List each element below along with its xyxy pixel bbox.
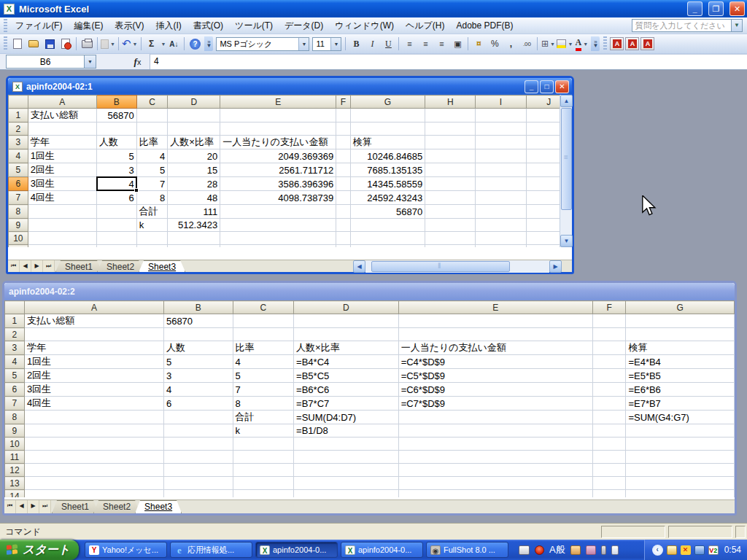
cell-B9[interactable] [163,424,233,438]
cell-C9[interactable]: k [233,424,294,438]
cell-F2[interactable] [336,122,351,136]
font-name-combo[interactable]: MS Pゴシック ▼ [216,37,309,51]
cell-G11[interactable] [626,451,735,464]
cell-I1[interactable] [476,109,526,122]
col-header-A[interactable]: A [24,301,163,314]
cell-F7[interactable] [336,191,351,205]
bold-button[interactable]: B [349,36,363,51]
cell-I7[interactable] [476,191,526,205]
next-sheet-icon[interactable]: ▶ [28,500,39,513]
cell-G3[interactable]: 検算 [626,341,735,355]
ime-mode-label[interactable]: A般 [549,543,565,556]
cell-D2[interactable] [168,122,220,136]
cell-B3[interactable]: 人数 [96,136,136,149]
first-sheet-icon[interactable]: ⏮ [4,500,16,513]
row-header-1[interactable]: 1 [5,314,25,328]
cell-A10[interactable] [28,232,96,245]
row-header-4[interactable]: 4 [9,149,28,163]
cell-H5[interactable] [425,163,476,177]
cell-A4[interactable]: 1回生 [24,355,163,369]
cell-E9[interactable] [220,219,336,232]
convert-to-pdf-button[interactable]: A [610,37,624,50]
fill-color-dropdown-icon[interactable]: ▼ [568,42,573,47]
cell-B4[interactable]: 5 [163,355,233,369]
row-header-1[interactable]: 1 [9,109,28,122]
cell-D12[interactable] [294,464,399,477]
tab-sheet2[interactable]: Sheet2 [93,500,140,513]
align-right-button[interactable]: ≡ [434,36,449,51]
cell-I4[interactable] [476,149,526,163]
cell-G9[interactable] [626,424,735,438]
cell-C8[interactable]: 合計 [136,205,168,219]
cell-A2[interactable] [28,122,96,136]
taskbar-item[interactable]: e応用情報処... [170,542,252,558]
save-button[interactable] [42,36,57,51]
cell-E11[interactable] [398,451,592,464]
cell-F9[interactable] [592,424,626,438]
cell-B12[interactable] [163,464,233,477]
cell-C2[interactable] [136,122,168,136]
cell-B11[interactable] [96,245,136,248]
formatting-options-chevron-icon[interactable]: »▼ [591,36,600,51]
cell-E1[interactable] [220,109,336,122]
cell-A5[interactable]: 2回生 [28,163,96,177]
cell-E7[interactable]: =C7*$D$9 [398,397,592,411]
cell-E13[interactable] [398,477,592,490]
cell-E3[interactable]: 一人当たりの支払い金額 [220,136,336,149]
cell-E9[interactable] [398,424,592,438]
cell-B10[interactable] [96,232,136,245]
cell-A11[interactable] [28,245,96,248]
row-header-8[interactable]: 8 [5,411,25,424]
cell-A11[interactable] [24,451,163,464]
cell-F1[interactable] [592,314,626,328]
tray-chevron-icon[interactable]: ‹ [652,545,663,556]
cell-G4[interactable]: =E4*B4 [626,355,735,369]
open-button[interactable] [26,36,41,51]
cell-C6[interactable]: 7 [233,383,294,397]
cell-C1[interactable] [136,109,168,122]
cell-B7[interactable]: 6 [96,191,136,205]
new-document-button[interactable] [10,36,25,51]
cell-C7[interactable]: 8 [136,191,168,205]
col-header-C[interactable]: C [233,301,294,314]
cell-B3[interactable]: 人数 [163,341,233,355]
cell-D1[interactable] [168,109,220,122]
undo-dropdown-icon[interactable]: ▼ [133,42,138,47]
cell-E2[interactable] [220,122,336,136]
menu-item-挿入(I)[interactable]: 挿入(I) [150,19,187,33]
restore-button[interactable]: ❐ [708,1,724,16]
underline-button[interactable]: U [381,36,395,51]
cell-B8[interactable] [163,411,233,424]
window1-maximize-button[interactable]: □ [540,80,554,93]
cell-F11[interactable] [336,245,351,248]
col-header-I[interactable]: I [476,96,526,109]
cell-B4[interactable]: 5 [96,149,136,163]
cell-A7[interactable]: 4回生 [28,191,96,205]
scroll-up-icon[interactable]: ▲ [560,95,573,107]
cell-A14[interactable] [24,490,163,498]
sort-ascending-button[interactable]: A↓ [166,36,181,51]
cell-B14[interactable] [163,490,233,498]
cell-H6[interactable] [425,177,476,191]
next-sheet-icon[interactable]: ▶ [31,260,43,272]
col-header-H[interactable]: H [425,96,476,109]
row-header-9[interactable]: 9 [5,424,25,438]
cell-G10[interactable] [350,232,425,245]
row-header-3[interactable]: 3 [5,341,25,355]
print-button[interactable] [80,36,94,51]
italic-button[interactable]: I [365,36,379,51]
keyboard-icon[interactable] [519,545,530,555]
menu-item-ヘルプ(H)[interactable]: ヘルプ(H) [400,19,451,33]
paste-button[interactable]: ▼ [101,36,115,51]
cell-H7[interactable] [425,191,476,205]
cell-F11[interactable] [592,451,626,464]
cell-F5[interactable] [592,369,626,383]
cell-A6[interactable]: 3回生 [28,177,96,191]
sheet-nav-buttons[interactable]: ⏮ ◀ ▶ ⏭ [4,500,51,513]
permission-button[interactable] [58,36,73,51]
cell-E2[interactable] [398,328,592,341]
row-header-13[interactable]: 13 [5,477,25,490]
cell-D4[interactable]: =B4*C4 [294,355,399,369]
minimize-button[interactable]: _ [687,1,703,16]
scroll-right-icon[interactable]: ▶ [549,260,562,273]
